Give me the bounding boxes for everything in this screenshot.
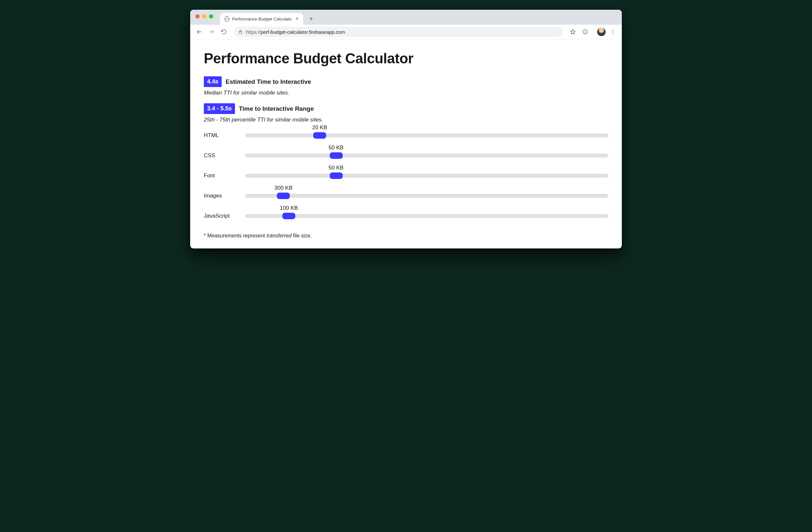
url-text: https://perf-budget-calculator.firebasea… [246,29,345,35]
svg-marker-3 [570,30,576,34]
lock-icon [238,30,243,34]
slider-track[interactable]: 50 KB [245,154,608,157]
site-info-button[interactable] [580,27,590,37]
tti-label: Estimated Time to Interactive [226,78,311,85]
slider-value: 300 KB [274,185,292,191]
slider-track[interactable]: 100 KB [245,214,608,218]
arrow-left-icon [196,29,202,35]
tti-range-label: Time to Interactive Range [239,105,314,112]
slider-thumb[interactable] [313,132,326,139]
svg-point-6 [585,31,585,31]
browser-menu-button[interactable] [608,27,618,37]
slider-row-javascript: JavaScript100 KB [204,213,608,219]
new-tab-button[interactable]: + [306,14,316,24]
profile-avatar[interactable] [597,28,606,36]
tti-range-subtext: 25th - 75th percentile TTI for similar m… [204,116,608,123]
svg-point-8 [612,31,613,32]
slider-label: JavaScript [204,213,236,219]
slider-row-images: Images300 KB [204,193,608,199]
tab-title: Performance Budget Calculato [232,17,292,22]
page-title: Performance Budget Calculator [204,50,608,67]
slider-value: 20 KB [312,124,327,131]
star-icon [570,29,576,35]
slider-thumb[interactable] [277,193,290,199]
svg-rect-2 [239,31,242,33]
slider-value: 100 KB [280,205,298,211]
forward-button[interactable] [206,27,217,37]
slider-value: 50 KB [329,165,343,171]
tti-badge: 4.4s [204,76,222,87]
svg-point-7 [612,30,613,30]
back-button[interactable] [194,27,204,37]
slider-thumb[interactable] [330,152,343,159]
toolbar-separator [594,29,594,35]
slider-label: Images [204,193,236,199]
minimize-window-button[interactable] [202,14,206,18]
kebab-icon [610,29,616,35]
reload-icon [221,29,227,35]
slider-label: CSS [204,152,236,159]
tti-subtext: Median TTI for similar mobile sites. [204,90,608,96]
browser-toolbar: https://perf-budget-calculator.firebasea… [190,25,622,39]
slider-label: Font [204,172,236,179]
globe-icon [224,16,230,22]
slider-row-font: Font50 KB [204,172,608,179]
reload-button[interactable] [219,27,229,37]
browser-tab[interactable]: Performance Budget Calculato × [220,13,303,25]
arrow-right-icon [209,29,215,35]
page-content: Performance Budget Calculator 4.4s Estim… [190,39,622,249]
slider-thumb[interactable] [282,213,295,219]
window-controls [195,14,213,18]
slider-row-css: CSS50 KB [204,152,608,159]
slider-track[interactable]: 50 KB [245,174,608,178]
footnote: * Measurements represent transferred fil… [204,233,608,239]
tti-range-badge: 3.4 - 5.5s [204,103,235,114]
slider-label: HTML [204,132,236,139]
sliders-section: HTML20 KBCSS50 KBFont50 KBImages300 KBJa… [204,132,608,219]
close-tab-icon[interactable]: × [294,16,300,22]
slider-track[interactable]: 20 KB [245,134,608,137]
slider-thumb[interactable] [330,172,343,179]
info-icon [582,29,588,35]
browser-window: Performance Budget Calculato × + https:/… [190,10,622,249]
svg-point-9 [612,33,613,34]
slider-row-html: HTML20 KB [204,132,608,139]
slider-track[interactable]: 300 KB [245,194,608,198]
bookmark-button[interactable] [568,27,578,37]
maximize-window-button[interactable] [209,14,213,18]
address-bar[interactable]: https://perf-budget-calculator.firebasea… [234,27,563,37]
tti-range-metric: 3.4 - 5.5s Time to Interactive Range [204,103,608,114]
slider-value: 50 KB [329,144,343,151]
tti-metric: 4.4s Estimated Time to Interactive [204,76,608,87]
close-window-button[interactable] [195,14,200,18]
tab-strip: Performance Budget Calculato × + [190,10,622,25]
